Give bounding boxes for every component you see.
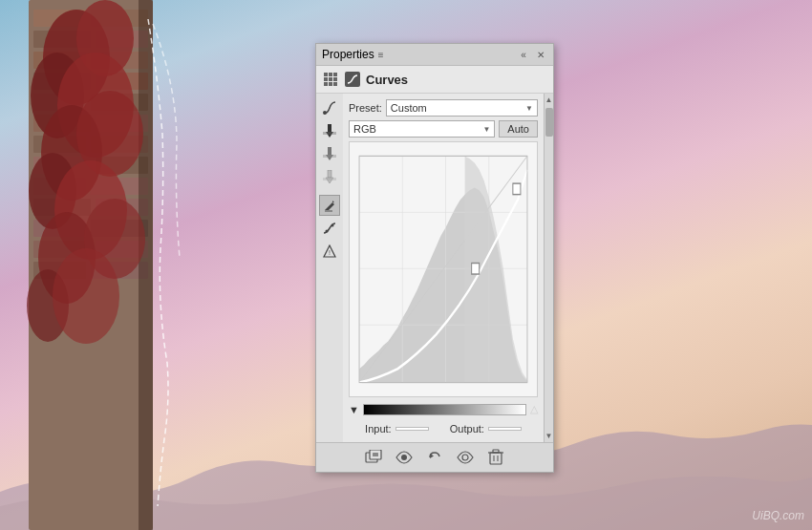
watermark-text: UiBQ.com xyxy=(752,509,804,522)
add-layer-button[interactable] xyxy=(364,448,383,467)
channel-dropdown-arrow: ▼ xyxy=(482,125,490,134)
scroll-down-arrow[interactable]: ▼ xyxy=(545,432,553,440)
svg-rect-72 xyxy=(373,453,378,456)
preset-value: Custom xyxy=(391,102,427,114)
input-field-group: Input: xyxy=(365,423,429,435)
svg-marker-74 xyxy=(430,454,434,458)
scroll-up-arrow[interactable]: ▲ xyxy=(545,95,553,104)
black-point-slider[interactable]: ▼ xyxy=(349,404,359,415)
svg-rect-68 xyxy=(513,183,521,195)
input-label: Input: xyxy=(365,423,392,435)
panel-header: Curves xyxy=(316,66,553,94)
eye-toggle-button[interactable] xyxy=(456,448,475,467)
preset-dropdown-arrow: ▼ xyxy=(525,104,533,113)
preset-row: Preset: Custom ▼ xyxy=(349,99,538,117)
show-clipping-tool[interactable]: ! xyxy=(319,241,340,262)
eyedropper-gray-tool[interactable] xyxy=(319,143,340,164)
properties-panel: Properties ≡ « ✕ Curves xyxy=(315,43,554,473)
svg-rect-49 xyxy=(323,178,336,180)
panel-title: Properties xyxy=(322,48,374,61)
auto-button[interactable]: Auto xyxy=(499,120,538,138)
output-value[interactable] xyxy=(488,427,522,431)
panel-controls: ≡ xyxy=(374,48,388,61)
svg-point-39 xyxy=(53,248,119,344)
curves-graph[interactable] xyxy=(349,141,538,397)
channel-row: RGB ▼ Auto xyxy=(349,120,538,138)
undo-button[interactable] xyxy=(425,448,444,467)
svg-rect-67 xyxy=(472,264,480,275)
panel-menu-icon[interactable]: ≡ xyxy=(374,48,388,61)
preset-label: Preset: xyxy=(349,102,382,114)
tools-column: ! xyxy=(316,94,343,442)
eyedropper-black-tool[interactable] xyxy=(319,120,340,141)
svg-rect-46 xyxy=(323,155,336,158)
svg-point-75 xyxy=(462,455,468,460)
panel-collapse-button[interactable]: « xyxy=(517,48,530,61)
svg-rect-78 xyxy=(493,450,499,453)
gradient-bar[interactable] xyxy=(363,404,526,415)
main-content: Preset: Custom ▼ RGB ▼ Auto xyxy=(343,94,544,442)
svg-text:!: ! xyxy=(329,249,331,256)
svg-rect-47 xyxy=(328,170,331,178)
smooth-curve-tool[interactable] xyxy=(319,218,340,239)
channel-dropdown[interactable]: RGB ▼ xyxy=(349,120,495,138)
panel-body: ! Preset: Custom ▼ RGB ▼ Auto xyxy=(316,94,553,442)
preset-dropdown[interactable]: Custom ▼ xyxy=(386,99,538,117)
svg-rect-44 xyxy=(328,147,331,155)
input-value[interactable] xyxy=(395,427,429,431)
svg-rect-27 xyxy=(139,0,153,530)
curves-adjustment-icon xyxy=(345,72,360,87)
draw-curve-tool[interactable] xyxy=(319,195,340,216)
svg-point-52 xyxy=(331,224,334,227)
white-point-slider[interactable]: △ xyxy=(530,403,538,415)
scroll-thumb[interactable] xyxy=(545,108,553,137)
channel-value: RGB xyxy=(353,123,376,135)
svg-point-51 xyxy=(326,230,329,233)
delete-button[interactable] xyxy=(486,448,505,467)
panel-footer xyxy=(316,442,553,472)
visibility-button[interactable] xyxy=(395,448,414,467)
svg-rect-41 xyxy=(328,124,331,132)
curves-title: Curves xyxy=(366,73,408,87)
svg-rect-43 xyxy=(323,132,336,135)
svg-rect-50 xyxy=(325,210,332,212)
svg-rect-76 xyxy=(490,453,502,464)
eyedropper-white-tool[interactable] xyxy=(319,166,340,187)
adjustment-grid-icon xyxy=(324,73,337,86)
panel-scrollbar[interactable]: ▲ ▼ xyxy=(544,94,553,442)
svg-point-73 xyxy=(401,455,407,460)
panel-close-button[interactable]: ✕ xyxy=(534,48,547,61)
curves-on-image-tool[interactable] xyxy=(319,97,340,118)
output-label: Output: xyxy=(450,423,484,435)
output-field-group: Output: xyxy=(450,423,522,435)
svg-point-40 xyxy=(323,111,327,115)
watermark: UiBQ.com xyxy=(752,509,804,522)
panel-titlebar: Properties ≡ « ✕ xyxy=(316,44,553,66)
gradient-slider: ▼ △ xyxy=(349,401,538,417)
input-output-row: Input: Output: xyxy=(349,421,538,436)
